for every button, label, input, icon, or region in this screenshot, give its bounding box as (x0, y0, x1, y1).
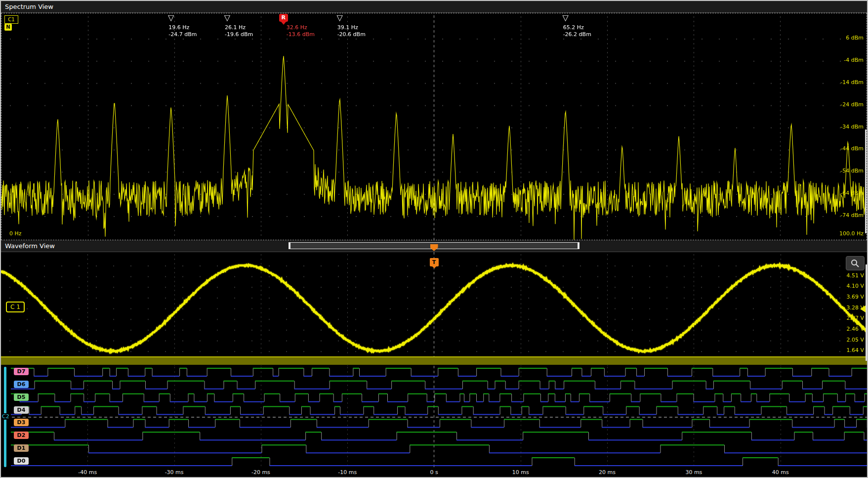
time-axis-label: -20 ms (251, 469, 270, 476)
y-axis-label: -74 dBm (840, 212, 864, 218)
marker-level-label: -24.7 dBm (168, 31, 197, 38)
digital-channel-badge-d6[interactable]: D6 (14, 381, 29, 388)
marker-freq-label: 32.6 Hz (287, 24, 315, 31)
digital-channel-badge-d7[interactable]: D7 (14, 368, 29, 375)
y-axis-label: -4 dBm (844, 57, 864, 63)
marker-level-label: -13.6 dBm (287, 31, 315, 38)
time-axis-label: 0 s (430, 469, 438, 476)
digital-channel-badge-d4[interactable]: D4 (14, 406, 29, 414)
trigger-position-icon[interactable] (430, 244, 438, 251)
marker-freq-label: 26.1 Hz (225, 24, 253, 31)
y-axis-label: 2.46 V (846, 326, 864, 332)
marker-level-label: -26.2 dBm (563, 31, 591, 38)
spectrum-view-header[interactable]: Spectrum View (1, 1, 867, 13)
marker-freq-label: 39.1 Hz (337, 24, 366, 31)
digital-channels-area[interactable]: C2 D7D6D5D4D3D2D1D0 (1, 366, 867, 468)
freq-start-label: 0 Hz (9, 230, 22, 237)
waveform-view-title: Waveform View (5, 242, 55, 250)
oscilloscope-window: Spectrum View C1 N ▽19.6 Hz-24.7 dBm▽26.… (0, 0, 868, 478)
y-axis-label: 6 dBm (846, 35, 864, 41)
y-axis-label: 2.87 V (846, 315, 864, 321)
analog-waveform-area[interactable]: T C 1 4.92 V4.51 V4.10 V3.69 V3.28 V2.87… (1, 252, 867, 366)
time-axis-label: 10 ms (512, 469, 529, 476)
time-axis-label: 30 ms (685, 469, 702, 476)
y-axis-label: 4.51 V (846, 272, 864, 279)
channel-flag-n[interactable]: N (4, 24, 12, 31)
marker-level-label: -19.6 dBm (225, 31, 253, 38)
digital-canvas[interactable] (1, 366, 867, 468)
y-axis-label: -24 dBm (840, 101, 864, 108)
y-axis-label: 3.69 V (846, 294, 864, 300)
y-axis-label: -34 dBm (840, 124, 864, 130)
marker-label: 32.6 Hz-13.6 dBm (287, 24, 315, 39)
marker-label: 65.2 Hz-26.2 dBm (563, 24, 591, 39)
marker-label: 26.1 Hz-19.6 dBm (225, 24, 253, 39)
waveform-scrollbar[interactable] (866, 264, 867, 361)
overview-band (1, 356, 867, 365)
digital-channel-badge-d1[interactable]: D1 (14, 444, 29, 452)
marker-triangle-icon[interactable]: ▽ (168, 14, 174, 22)
magnifier-icon[interactable] (846, 256, 865, 270)
channel-badge-c1[interactable]: C1 (4, 15, 18, 24)
waveform-view-header[interactable]: Waveform View (1, 240, 867, 252)
y-axis-label: -64 dBm (840, 190, 864, 196)
marker-triangle-icon[interactable]: ▽ (562, 14, 568, 22)
reference-marker-pin[interactable]: R (279, 14, 288, 22)
c2-group-label[interactable]: C2 (1, 413, 10, 420)
spectrum-scrollbar[interactable] (865, 130, 867, 233)
marker-label: 39.1 Hz-20.6 dBm (337, 24, 366, 39)
trigger-badge[interactable]: T (430, 258, 439, 266)
y-axis-label: -14 dBm (840, 79, 864, 86)
y-axis-label: -44 dBm (840, 145, 864, 152)
y-axis-label: 4.10 V (846, 283, 864, 289)
freq-end-label: 100.0 Hz (839, 230, 864, 237)
magnifier-glyph (850, 259, 860, 268)
time-axis-label: 40 ms (772, 469, 789, 476)
spectrum-canvas[interactable] (1, 13, 867, 240)
time-axis-label: -30 ms (165, 469, 184, 476)
y-axis-label: 1.64 V (846, 347, 864, 353)
time-axis-label: -40 ms (78, 469, 97, 476)
marker-triangle-icon[interactable]: ▽ (224, 14, 230, 22)
y-axis-label: -54 dBm (840, 168, 864, 174)
marker-level-label: -20.6 dBm (337, 31, 366, 38)
time-axis: -40 ms-30 ms-20 ms-10 ms0 s10 ms20 ms30 … (1, 468, 867, 477)
digital-channel-badge-d3[interactable]: D3 (14, 419, 29, 426)
spectrum-view-title: Spectrum View (5, 3, 53, 10)
time-axis-label: 20 ms (599, 469, 616, 476)
y-axis-label: 2.05 V (846, 337, 864, 343)
digital-channel-badge-d5[interactable]: D5 (14, 393, 29, 401)
marker-freq-label: 65.2 Hz (563, 24, 591, 31)
spectrum-plot[interactable]: C1 N ▽19.6 Hz-24.7 dBm▽26.1 Hz-19.6 dBmR… (1, 13, 867, 240)
digital-channel-badge-d2[interactable]: D2 (14, 432, 29, 439)
marker-label: 19.6 Hz-24.7 dBm (168, 24, 197, 39)
reference-marker-tail (281, 22, 286, 27)
time-axis-label: -10 ms (338, 469, 357, 476)
digital-channel-badge-d0[interactable]: D0 (14, 457, 29, 465)
channel-badge-c1-waveform[interactable]: C 1 (6, 302, 25, 312)
marker-freq-label: 19.6 Hz (168, 24, 197, 31)
marker-triangle-icon[interactable]: ▽ (336, 14, 342, 22)
